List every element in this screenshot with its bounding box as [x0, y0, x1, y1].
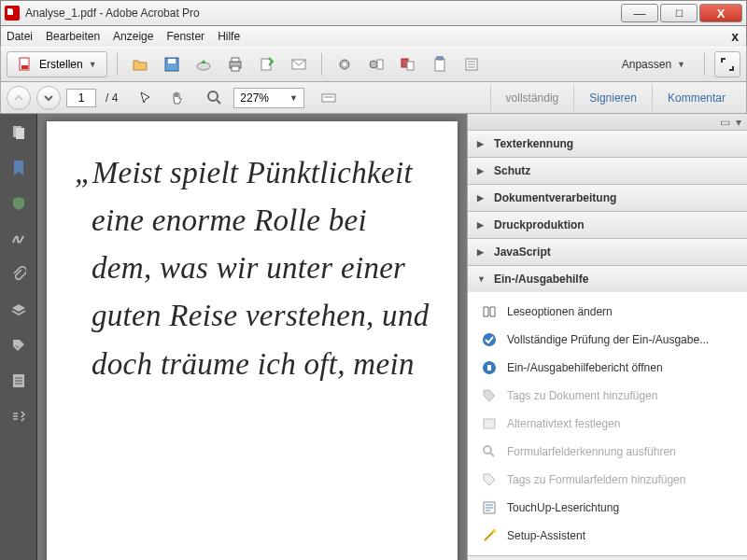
window-minimize-button[interactable]: —: [621, 4, 658, 22]
email-button[interactable]: [286, 51, 312, 77]
tool-vollstaendige-pruefung[interactable]: Vollständige Prüfung der Ein-/Ausgabe...: [468, 326, 747, 354]
tags-panel-icon[interactable]: [9, 336, 28, 355]
svg-point-39: [492, 529, 496, 533]
mode-signieren[interactable]: Signieren: [573, 84, 652, 112]
window-maximize-button[interactable]: ☐: [660, 4, 698, 22]
select-tool-button[interactable]: [133, 85, 159, 111]
combine-button[interactable]: [395, 51, 421, 77]
zoom-level-select[interactable]: 227% ▼: [233, 88, 304, 108]
panel-grip-icon[interactable]: ▭: [720, 116, 730, 129]
menubar-close-icon[interactable]: x: [731, 29, 740, 44]
svg-point-4: [197, 63, 210, 70]
document-body-text: „Meist spielt Pünktlichkeit eine enorme …: [92, 149, 431, 388]
form-button[interactable]: [458, 51, 485, 77]
dropdown-caret-icon: ▼: [89, 60, 97, 69]
svg-rect-1: [21, 65, 28, 69]
layers-panel-icon[interactable]: [9, 301, 28, 319]
panel-menu-icon[interactable]: ▾: [736, 116, 741, 129]
document-viewport[interactable]: „Meist spielt Pünktlichkeit eine enorme …: [37, 114, 467, 560]
wand-icon: [481, 527, 498, 544]
svg-line-23: [217, 100, 220, 104]
gear-icon: [336, 56, 353, 73]
section-druckproduktion[interactable]: ▶Druckproduktion: [468, 212, 747, 238]
content-panel-icon[interactable]: [9, 371, 28, 390]
report-icon: [481, 359, 498, 376]
floppy-icon: [163, 56, 180, 73]
menu-datei[interactable]: Datei: [7, 30, 33, 43]
share-button[interactable]: [254, 51, 280, 77]
tools-pane-header: ▭ ▾: [468, 114, 747, 131]
section-javascript[interactable]: ▶JavaScript: [468, 239, 747, 265]
signatures-panel-icon[interactable]: [9, 230, 28, 248]
menu-hilfe[interactable]: Hilfe: [218, 30, 240, 43]
main-toolbar: Erstellen ▼ Anpassen ▼: [0, 47, 747, 82]
zoom-marquee-button[interactable]: [202, 85, 228, 111]
tool-touchup-leserichtung[interactable]: TouchUp-Leserichtung: [468, 494, 747, 522]
page-number-input[interactable]: [66, 89, 96, 107]
bookmarks-panel-icon[interactable]: [9, 159, 28, 177]
section-label: Dokumentverarbeitung: [494, 191, 616, 204]
save-button[interactable]: [159, 51, 185, 77]
tool-tags-dokument[interactable]: Tags zu Dokument hinzufügen: [468, 382, 747, 410]
order-panel-icon[interactable]: [9, 407, 28, 426]
pages-panel-icon[interactable]: [9, 123, 28, 142]
dropdown-caret-icon: ▼: [677, 60, 685, 69]
tool-leseoptionen[interactable]: Leseoptionen ändern: [468, 298, 747, 326]
svg-rect-7: [232, 66, 239, 71]
page-down-button[interactable]: [36, 86, 61, 110]
protect-button[interactable]: [427, 51, 453, 77]
window-close-button[interactable]: X: [699, 4, 742, 22]
tool-label: Ein-/Ausgabehilfebericht öffnen: [507, 361, 663, 374]
svg-rect-3: [168, 59, 176, 63]
svg-point-32: [483, 333, 496, 346]
tool-alternativtext[interactable]: Alternativtext festlegen: [468, 410, 747, 438]
image-icon: [481, 415, 498, 432]
open-button[interactable]: [127, 51, 153, 77]
svg-point-11: [343, 63, 346, 66]
gear2-button[interactable]: [363, 51, 389, 77]
svg-rect-6: [232, 58, 239, 62]
customize-menu[interactable]: Anpassen ▼: [622, 58, 695, 71]
menu-anzeige[interactable]: Anzeige: [113, 30, 153, 43]
section-label: Druckproduktion: [494, 218, 585, 231]
section-texterkennung[interactable]: ▶Texterkennung: [468, 131, 747, 157]
section-ein-ausgabehilfe[interactable]: ▼Ein-/Ausgabehilfe: [468, 266, 747, 292]
shield-panel-icon[interactable]: [9, 194, 28, 213]
create-button[interactable]: Erstellen ▼: [7, 51, 107, 77]
svg-point-22: [208, 91, 218, 101]
cloud-button[interactable]: [190, 51, 217, 77]
tool-tags-formularfelder[interactable]: Tags zu Formularfeldern hinzufügen: [468, 466, 747, 494]
gear1-button[interactable]: [331, 51, 358, 77]
nav-toolbar: / 4 227% ▼ vollständig Signieren Komment…: [0, 82, 747, 114]
page-up-button[interactable]: [7, 86, 31, 110]
section-label: Schutz: [494, 164, 530, 177]
magnifier-icon: [481, 443, 498, 460]
tag-form-icon: [481, 471, 498, 488]
zoom-value: 227%: [240, 91, 269, 105]
menu-bearbeiten[interactable]: Bearbeiten: [46, 30, 100, 43]
menu-fenster[interactable]: Fenster: [166, 30, 204, 43]
form-icon: [463, 56, 480, 73]
tool-label: Vollständige Prüfung der Ein-/Ausgabe...: [507, 333, 709, 346]
mode-vollstaendig[interactable]: vollständig: [490, 84, 574, 112]
tool-bericht-oeffnen[interactable]: Ein-/Ausgabehilfebericht öffnen: [468, 354, 747, 382]
tool-setup-assistent[interactable]: Setup-Assistent: [468, 522, 747, 550]
mode-kommentar[interactable]: Kommentar: [652, 84, 740, 112]
chevron-right-icon: ▶: [477, 220, 486, 230]
print-button[interactable]: [222, 51, 248, 77]
attachments-panel-icon[interactable]: [9, 265, 28, 284]
section-schutz[interactable]: ▶Schutz: [468, 158, 747, 184]
svg-point-12: [370, 61, 377, 68]
keyboard-button[interactable]: [316, 85, 342, 111]
fullscreen-button[interactable]: [714, 51, 740, 77]
navigation-rail: [0, 114, 37, 560]
hand-tool-button[interactable]: [164, 85, 190, 111]
tool-formularfelderkennung[interactable]: Formularfelderkennung ausführen: [468, 438, 747, 466]
menubar: Datei Bearbeiten Anzeige Fenster Hilfe x: [0, 26, 747, 47]
section-dokumentverarbeitung[interactable]: ▶Dokumentverarbeitung: [468, 185, 747, 211]
svg-line-37: [490, 453, 494, 456]
section-label: Ein-/Ausgabehilfe: [494, 273, 588, 286]
tool-label: Tags zu Formularfeldern hinzufügen: [507, 473, 685, 486]
svg-rect-13: [377, 60, 383, 69]
chevron-right-icon: ▶: [477, 166, 486, 175]
